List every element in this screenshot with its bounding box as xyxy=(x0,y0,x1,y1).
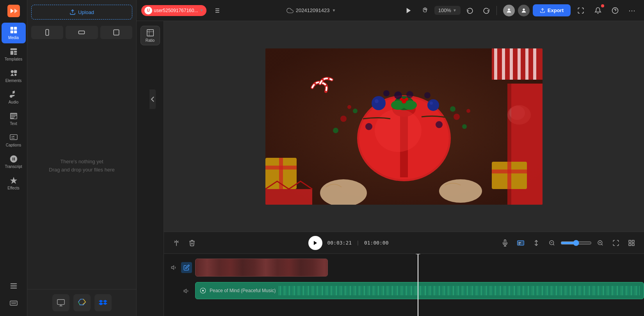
preview-area: Ratio xyxy=(137,21,644,316)
export-button[interactable]: Export xyxy=(533,4,571,16)
zoom-indicator[interactable]: 100% ▼ xyxy=(434,6,461,15)
svg-rect-26 xyxy=(147,30,153,36)
svg-rect-2 xyxy=(14,27,16,30)
fit-screen-button[interactable] xyxy=(610,237,622,249)
svg-point-98 xyxy=(202,290,204,292)
timeline-area: Peace of Mind (Peaceful Music) xyxy=(164,254,644,316)
timeline-tracks: Peace of Mind (Peaceful Music) xyxy=(164,254,644,316)
sidebar-item-keyboard[interactable] xyxy=(2,296,26,311)
sidebar-item-templates[interactable]: Templates xyxy=(2,44,26,65)
svg-line-86 xyxy=(553,244,554,245)
zoom-value: 100% xyxy=(438,7,451,13)
toolbar-tools: 100% ▼ xyxy=(402,4,493,18)
sidebar-item-media[interactable]: Media xyxy=(2,23,26,43)
svg-point-43 xyxy=(347,105,351,109)
svg-point-41 xyxy=(353,109,358,113)
svg-point-46 xyxy=(450,106,455,112)
more-options-button[interactable]: ⋯ xyxy=(625,4,639,18)
svg-point-49 xyxy=(439,179,482,203)
user-dropdown[interactable]: U user525091767160... ▼ xyxy=(141,5,206,16)
svg-rect-18 xyxy=(79,31,85,34)
fullscreen-button[interactable] xyxy=(574,4,588,18)
upload-button[interactable]: Upload xyxy=(31,5,132,20)
trim-tool-button[interactable] xyxy=(170,237,183,249)
google-drive-btn[interactable] xyxy=(73,294,91,311)
delete-clip-button[interactable] xyxy=(186,237,198,249)
svg-rect-67 xyxy=(507,162,511,189)
notification-dot xyxy=(601,4,604,7)
split-button[interactable] xyxy=(530,237,543,249)
sidebar-item-more[interactable] xyxy=(2,279,26,293)
svg-point-51 xyxy=(375,99,379,103)
audio-track-content: Peace of Mind (Peaceful Music) xyxy=(195,280,644,302)
project-name-area[interactable]: 202412091423 ▼ xyxy=(286,7,336,14)
media-empty-state: There's nothing yet Drag and drop your f… xyxy=(27,42,136,289)
project-dropdown-arrow: ▼ xyxy=(332,8,336,12)
redo-button[interactable] xyxy=(479,4,493,18)
ratio-label: Ratio xyxy=(146,38,155,43)
sidebar-item-effects[interactable]: Effects xyxy=(2,173,26,194)
hand-tool-btn[interactable] xyxy=(418,4,432,18)
svg-point-40 xyxy=(340,116,347,122)
svg-point-75 xyxy=(365,123,372,130)
video-preview xyxy=(265,48,543,205)
svg-marker-96 xyxy=(171,266,174,269)
svg-point-45 xyxy=(462,124,467,129)
svg-line-89 xyxy=(601,244,603,245)
microphone-button[interactable] xyxy=(499,237,511,249)
sidebar-item-audio[interactable]: Audio xyxy=(2,87,26,108)
svg-point-39 xyxy=(405,98,408,101)
timeline-zoom-slider xyxy=(546,237,607,249)
timeline-settings-button[interactable] xyxy=(625,237,638,249)
top-bar: U user525091767160... ▼ 202412091423 ▼ xyxy=(137,0,644,21)
ratio-sidebar-button[interactable]: Ratio xyxy=(141,26,160,45)
sidebar-item-captions[interactable]: Captions xyxy=(2,130,26,151)
video-volume-btn[interactable] xyxy=(169,262,180,273)
media-panel-header: Upload xyxy=(27,0,136,23)
video-edit-btn[interactable] xyxy=(181,262,192,273)
zoom-in-button[interactable] xyxy=(594,237,607,249)
playback-center-controls: 00:03:21 | 01:00:00 xyxy=(202,236,495,250)
collaborator-avatar[interactable] xyxy=(518,5,530,16)
sidebar-item-transcript[interactable]: Transcript xyxy=(2,152,26,172)
sort-list-button[interactable] xyxy=(210,4,224,18)
svg-point-72 xyxy=(394,91,402,99)
video-clip[interactable] xyxy=(195,259,328,277)
notifications-button[interactable] xyxy=(591,4,605,18)
svg-point-22 xyxy=(523,8,525,10)
svg-rect-1 xyxy=(10,27,13,30)
sidebar-item-text[interactable]: Text xyxy=(2,109,26,129)
square-ratio-btn[interactable] xyxy=(100,26,132,39)
upload-from-computer-btn[interactable] xyxy=(52,294,69,311)
svg-point-33 xyxy=(375,109,422,152)
app-logo[interactable] xyxy=(6,3,21,19)
audio-clip[interactable]: Peace of Mind (Peaceful Music) xyxy=(195,282,644,299)
svg-rect-19 xyxy=(114,30,119,35)
audio-clip-label: Peace of Mind (Peaceful Music) xyxy=(210,288,276,293)
portrait-ratio-btn[interactable] xyxy=(31,26,63,39)
dropbox-btn[interactable] xyxy=(94,294,112,311)
upload-label: Upload xyxy=(78,9,94,15)
playback-bar: 00:03:21 | 01:00:00 xyxy=(164,232,644,254)
audio-waveform xyxy=(279,286,640,295)
playback-right-controls xyxy=(499,237,638,249)
svg-rect-6 xyxy=(10,51,13,55)
user-avatar xyxy=(503,5,515,16)
zoom-out-button[interactable] xyxy=(546,237,558,249)
zoom-range-input[interactable] xyxy=(560,240,592,246)
audio-volume-btn[interactable] xyxy=(181,286,192,296)
help-button[interactable] xyxy=(608,4,622,18)
panel-collapse-arrow[interactable] xyxy=(149,89,156,109)
select-tool-btn[interactable] xyxy=(402,4,416,18)
media-empty-line2: Drag and drop your files here xyxy=(49,167,114,173)
landscape-ratio-btn[interactable] xyxy=(66,26,98,39)
sidebar-item-elements[interactable]: Elements xyxy=(2,66,26,86)
video-track-content xyxy=(195,257,644,278)
undo-button[interactable] xyxy=(463,4,477,18)
svg-rect-17 xyxy=(46,30,49,36)
viewer-and-timeline: 00:03:21 | 01:00:00 xyxy=(164,21,644,316)
play-button[interactable] xyxy=(308,236,322,250)
svg-rect-13 xyxy=(10,135,17,140)
captions-timeline-button[interactable] xyxy=(514,237,527,249)
svg-rect-95 xyxy=(632,243,634,245)
